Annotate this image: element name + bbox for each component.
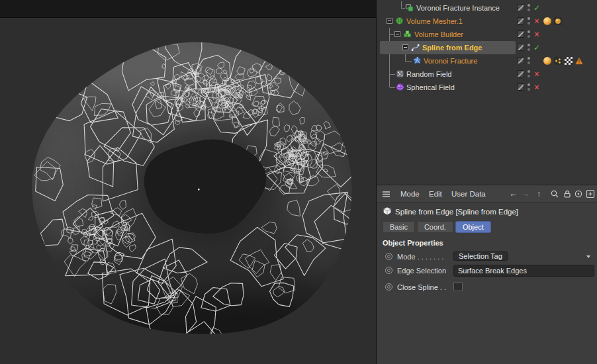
object-manager: Voronoi Fracture Instance ✓ Volume Meshe… bbox=[377, 0, 597, 185]
layer-square[interactable] bbox=[517, 70, 524, 77]
edge-selection-label: Edge Selection bbox=[397, 267, 453, 275]
tree-line bbox=[406, 61, 412, 62]
object-row-volume-mesher[interactable]: Volume Mesher.1 × bbox=[377, 15, 597, 28]
enable-toggle[interactable]: ✓ bbox=[531, 42, 542, 53]
visibility-dots[interactable] bbox=[528, 17, 530, 25]
enable-toggle[interactable]: × bbox=[531, 69, 542, 79]
object-label[interactable]: Spherical Field bbox=[406, 83, 455, 91]
collapse-toggle[interactable] bbox=[394, 31, 400, 37]
volume-mesher-icon bbox=[395, 17, 404, 25]
selection-tag[interactable] bbox=[554, 57, 562, 65]
collapse-toggle[interactable] bbox=[402, 44, 408, 50]
viewport-canvas bbox=[0, 18, 376, 364]
warning-icon bbox=[575, 57, 583, 65]
object-row-spherical-field[interactable]: Spherical Field × bbox=[377, 81, 597, 94]
object-row-volume-builder[interactable]: Volume Builder × bbox=[377, 28, 597, 41]
search-icon[interactable] bbox=[550, 189, 559, 199]
mode-row: Mode . . . . . . . Selection Tag bbox=[377, 251, 597, 263]
tab-coord[interactable]: Coord. bbox=[417, 221, 453, 233]
attribute-tabs: Basic Coord. Object bbox=[383, 221, 491, 233]
object-label[interactable]: Volume Mesher.1 bbox=[406, 17, 463, 25]
chevron-down-icon bbox=[586, 255, 590, 258]
object-label[interactable]: Voronoi Fracture bbox=[424, 57, 477, 65]
target-icon[interactable] bbox=[574, 189, 583, 199]
tab-basic[interactable]: Basic bbox=[383, 221, 415, 233]
viewport-toolbar bbox=[0, 0, 376, 18]
object-label[interactable]: Volume Builder bbox=[414, 30, 463, 38]
app-window: Voronoi Fracture Instance ✓ Volume Meshe… bbox=[0, 0, 597, 364]
mode-dropdown[interactable]: Selection Tag bbox=[453, 251, 508, 261]
right-panel: Voronoi Fracture Instance ✓ Volume Meshe… bbox=[376, 0, 597, 364]
object-row-spline-from-edge[interactable]: Spline from Edge ✓ bbox=[377, 41, 597, 54]
visibility-dots[interactable] bbox=[528, 30, 530, 38]
layer-square[interactable] bbox=[517, 17, 524, 24]
layer-square[interactable] bbox=[517, 4, 524, 11]
back-arrow-icon[interactable]: ← bbox=[509, 189, 518, 199]
tab-object[interactable]: Object bbox=[455, 221, 491, 233]
enable-toggle[interactable]: × bbox=[531, 16, 542, 26]
instance-icon bbox=[405, 3, 414, 12]
object-label[interactable]: Spline from Edge bbox=[422, 44, 482, 52]
close-spline-checkbox[interactable] bbox=[453, 282, 463, 291]
layer-square[interactable] bbox=[517, 44, 524, 51]
keyframe-dot[interactable] bbox=[385, 253, 392, 260]
keyframe-dot[interactable] bbox=[385, 283, 392, 291]
forward-arrow-icon[interactable]: → bbox=[521, 189, 529, 199]
visibility-dots[interactable] bbox=[528, 44, 530, 52]
material-tag[interactable] bbox=[543, 57, 551, 65]
volume-builder-icon bbox=[403, 30, 412, 38]
enable-toggle[interactable]: × bbox=[531, 29, 542, 40]
layer-square[interactable] bbox=[517, 57, 524, 64]
lock-icon[interactable] bbox=[563, 189, 572, 199]
edge-selection-input[interactable] bbox=[453, 265, 594, 277]
random-field-icon bbox=[396, 69, 404, 78]
up-arrow-icon[interactable]: ↑ bbox=[537, 189, 541, 199]
object-row-voronoi-fracture-instance[interactable]: Voronoi Fracture Instance ✓ bbox=[377, 1, 597, 15]
hamburger-icon[interactable] bbox=[382, 190, 391, 199]
menu-edit[interactable]: Edit bbox=[429, 190, 442, 198]
edge-selection-row: Edge Selection bbox=[377, 265, 597, 277]
keyframe-dot[interactable] bbox=[385, 267, 392, 274]
add-panel-icon[interactable] bbox=[586, 189, 595, 199]
layer-square[interactable] bbox=[517, 83, 524, 91]
visibility-dots[interactable] bbox=[528, 4, 530, 12]
voronoi-fracture-icon bbox=[413, 56, 422, 65]
visibility-dots[interactable] bbox=[528, 57, 530, 65]
menu-mode[interactable]: Mode bbox=[400, 190, 420, 198]
layer-square[interactable] bbox=[517, 30, 524, 38]
collapse-toggle[interactable] bbox=[387, 18, 392, 24]
object-label[interactable]: Random Field bbox=[406, 70, 451, 78]
attribute-manager: Mode Edit User Data ← → ↑ bbox=[377, 185, 597, 364]
3d-viewport[interactable] bbox=[0, 18, 376, 364]
object-row-voronoi-fracture[interactable]: Voronoi Fracture bbox=[377, 54, 597, 68]
menu-user-data[interactable]: User Data bbox=[451, 190, 486, 198]
spherical-field-icon bbox=[396, 83, 404, 91]
material-tag[interactable] bbox=[543, 17, 551, 25]
checkerboard-tag[interactable] bbox=[565, 57, 573, 65]
enable-toggle[interactable]: ✓ bbox=[531, 3, 542, 13]
spline-from-edge-icon bbox=[411, 43, 420, 52]
close-spline-label: Close Spline . . bbox=[397, 283, 453, 291]
mode-label: Mode . . . . . . . bbox=[397, 253, 453, 261]
visibility-dots[interactable] bbox=[528, 70, 530, 78]
texture-tag[interactable] bbox=[554, 17, 562, 25]
attribute-title: Spline from Edge [Spline from Edge] bbox=[395, 208, 518, 216]
object-cube-icon bbox=[383, 206, 392, 216]
close-spline-row: Close Spline . . bbox=[377, 281, 597, 293]
enable-toggle[interactable]: × bbox=[531, 82, 542, 93]
visibility-dots[interactable] bbox=[528, 83, 530, 91]
section-title: Object Properties bbox=[383, 239, 443, 247]
attribute-manager-menubar: Mode Edit User Data ← → ↑ bbox=[377, 185, 597, 203]
object-label[interactable]: Voronoi Fracture Instance bbox=[416, 4, 500, 12]
object-row-random-field[interactable]: Random Field × bbox=[377, 68, 597, 81]
